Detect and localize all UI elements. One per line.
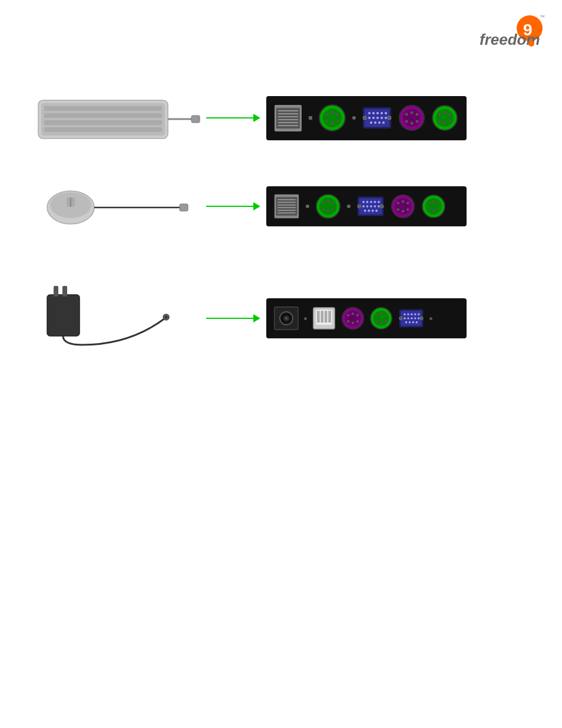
svg-point-152 bbox=[411, 314, 412, 315]
svg-point-60 bbox=[449, 120, 452, 123]
svg-point-139 bbox=[352, 322, 354, 324]
svg-point-156 bbox=[407, 317, 409, 319]
svg-point-53 bbox=[411, 122, 414, 125]
svg-point-147 bbox=[380, 322, 382, 324]
green-ps2-port4-icon bbox=[421, 193, 446, 220]
svg-rect-129 bbox=[321, 311, 324, 322]
svg-rect-118 bbox=[54, 286, 58, 297]
svg-point-113 bbox=[437, 202, 440, 205]
svg-point-105 bbox=[406, 202, 409, 205]
mouse-svg bbox=[35, 183, 200, 230]
svg-point-35 bbox=[368, 117, 371, 119]
svg-point-153 bbox=[414, 314, 416, 315]
svg-text:9: 9 bbox=[523, 21, 533, 39]
svg-rect-128 bbox=[317, 311, 320, 322]
vga-port3-icon bbox=[398, 305, 425, 331]
svg-point-145 bbox=[375, 320, 378, 322]
keyboard-port-panel bbox=[266, 96, 467, 140]
svg-point-163 bbox=[416, 321, 418, 323]
keyboard-diagram-row bbox=[35, 88, 495, 147]
purple-ps2-port3-icon bbox=[341, 305, 365, 331]
rj45-port-icon bbox=[312, 305, 336, 331]
svg-rect-119 bbox=[62, 286, 67, 297]
svg-point-142 bbox=[375, 314, 378, 317]
svg-point-146 bbox=[385, 320, 387, 322]
svg-point-160 bbox=[405, 321, 407, 323]
svg-point-121 bbox=[165, 316, 168, 319]
svg-point-144 bbox=[385, 314, 387, 317]
svg-point-39 bbox=[385, 117, 387, 119]
svg-point-165 bbox=[420, 317, 423, 319]
svg-point-78 bbox=[327, 200, 330, 203]
svg-point-125 bbox=[285, 317, 287, 319]
svg-point-107 bbox=[406, 208, 409, 211]
power-jack-icon bbox=[273, 304, 299, 332]
svg-point-104 bbox=[402, 200, 405, 203]
svg-point-103 bbox=[397, 202, 400, 205]
svg-point-100 bbox=[381, 205, 384, 208]
svg-rect-11 bbox=[191, 116, 200, 123]
svg-point-42 bbox=[378, 121, 381, 124]
svg-point-56 bbox=[438, 113, 441, 116]
svg-point-158 bbox=[414, 317, 416, 319]
svg-point-91 bbox=[366, 205, 369, 207]
keyboard-image bbox=[35, 88, 200, 147]
svg-point-37 bbox=[376, 117, 379, 119]
green-ps2-port5-icon bbox=[369, 305, 393, 331]
svg-point-26 bbox=[336, 120, 339, 123]
mouse-arrow bbox=[206, 202, 260, 210]
keyboard-svg bbox=[35, 88, 200, 147]
svg-point-99 bbox=[358, 205, 361, 208]
svg-point-96 bbox=[368, 210, 370, 212]
svg-point-155 bbox=[404, 317, 405, 319]
svg-point-36 bbox=[372, 117, 375, 119]
svg-rect-8 bbox=[44, 113, 162, 118]
svg-point-81 bbox=[332, 208, 335, 211]
mouse-diagram-row bbox=[35, 183, 495, 230]
svg-point-50 bbox=[416, 113, 419, 116]
svg-point-138 bbox=[356, 320, 359, 322]
svg-point-41 bbox=[374, 121, 376, 124]
svg-point-24 bbox=[336, 113, 339, 116]
svg-point-90 bbox=[362, 205, 365, 207]
svg-point-134 bbox=[347, 314, 349, 317]
svg-point-92 bbox=[370, 205, 372, 207]
svg-point-116 bbox=[432, 210, 435, 213]
svg-point-89 bbox=[378, 201, 380, 203]
purple-ps2-port-icon bbox=[398, 103, 425, 133]
svg-point-135 bbox=[352, 312, 354, 315]
svg-point-44 bbox=[363, 116, 366, 120]
svg-point-86 bbox=[366, 201, 369, 203]
svg-point-143 bbox=[380, 312, 382, 315]
svg-point-111 bbox=[428, 202, 431, 205]
svg-point-151 bbox=[407, 314, 409, 315]
svg-point-154 bbox=[418, 314, 419, 315]
keyboard-arrow bbox=[206, 114, 260, 122]
mouse-image bbox=[35, 183, 200, 230]
svg-point-77 bbox=[322, 202, 325, 205]
svg-point-51 bbox=[405, 120, 408, 123]
svg-point-33 bbox=[381, 112, 383, 114]
svg-rect-131 bbox=[328, 311, 331, 322]
power-arrow bbox=[206, 314, 260, 322]
svg-point-161 bbox=[409, 321, 411, 323]
svg-point-94 bbox=[378, 205, 380, 207]
power-adapter-image bbox=[35, 283, 200, 354]
svg-point-98 bbox=[375, 210, 378, 212]
svg-rect-66 bbox=[180, 204, 188, 211]
parallel-port2-icon bbox=[273, 192, 300, 221]
svg-point-115 bbox=[437, 208, 440, 211]
svg-point-137 bbox=[347, 320, 349, 322]
svg-point-106 bbox=[397, 208, 400, 211]
svg-point-27 bbox=[331, 122, 334, 125]
svg-point-57 bbox=[444, 111, 447, 114]
parallel-port-icon bbox=[273, 102, 303, 134]
svg-point-48 bbox=[405, 113, 408, 116]
svg-point-58 bbox=[449, 113, 452, 116]
svg-point-59 bbox=[438, 120, 441, 123]
svg-point-40 bbox=[370, 121, 372, 124]
green-ps2-port-icon bbox=[318, 103, 346, 133]
svg-point-97 bbox=[372, 210, 374, 212]
svg-point-23 bbox=[331, 111, 334, 114]
svg-point-79 bbox=[332, 202, 335, 205]
